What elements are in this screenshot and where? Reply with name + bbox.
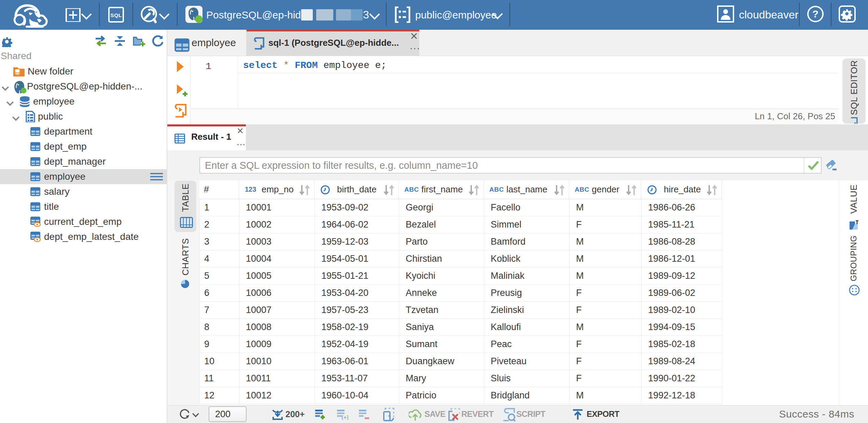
svg-text:(+): (+) bbox=[341, 414, 348, 420]
svg-text:?: ? bbox=[812, 8, 818, 19]
svg-text:SQL: SQL bbox=[110, 12, 122, 18]
